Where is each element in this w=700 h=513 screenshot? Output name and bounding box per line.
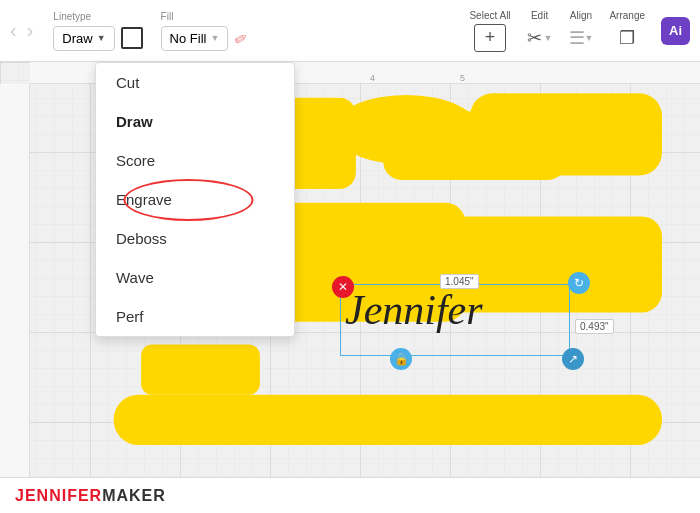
dropdown-item-score[interactable]: Score bbox=[96, 141, 294, 180]
lock-handle[interactable]: 🔒 bbox=[390, 348, 412, 370]
svg-rect-11 bbox=[141, 344, 260, 394]
brand-logo: JENNIFERMAKER bbox=[15, 487, 166, 505]
jennifer-selection-area[interactable]: Jennifer bbox=[340, 284, 570, 356]
select-all-label: Select All bbox=[469, 10, 510, 21]
rotate-handle[interactable]: ↻ bbox=[568, 272, 590, 294]
linetype-selected-value: Draw bbox=[62, 31, 92, 46]
align-dropdown-arrow: ▼ bbox=[585, 33, 594, 43]
ruler-mark-5: 5 bbox=[460, 73, 465, 83]
edit-dropdown-arrow: ▼ bbox=[544, 33, 553, 43]
edit-button[interactable]: ✂ ▼ bbox=[527, 24, 553, 52]
align-button[interactable]: ☰ ▼ bbox=[569, 24, 594, 52]
nav-forward-icon[interactable]: › bbox=[27, 19, 34, 42]
resize-handle[interactable]: ↗ bbox=[562, 348, 584, 370]
align-action: Align ☰ ▼ bbox=[569, 10, 594, 52]
select-all-action: Select All + bbox=[469, 10, 510, 52]
linetype-dropdown-menu: Cut Draw Score Engrave Deboss Wave Perf bbox=[95, 62, 295, 337]
linetype-section: Linetype Draw ▼ bbox=[53, 11, 142, 51]
edit-label: Edit bbox=[531, 10, 548, 21]
dropdown-item-engrave[interactable]: Engrave bbox=[96, 180, 294, 219]
jennifer-cursive-text: Jennifer bbox=[345, 286, 483, 334]
align-label: Align bbox=[570, 10, 592, 21]
bottom-bar: JENNIFERMAKER bbox=[0, 477, 700, 513]
dropdown-arrow-icon: ▼ bbox=[97, 33, 106, 43]
linetype-label: Linetype bbox=[53, 11, 91, 22]
fill-label: Fill bbox=[161, 11, 174, 22]
svg-rect-10 bbox=[114, 395, 662, 445]
toolbar: ‹ › Linetype Draw ▼ Fill No Fill ▼ ✏ Sel… bbox=[0, 0, 700, 62]
dropdown-item-cut[interactable]: Cut bbox=[96, 63, 294, 102]
linetype-dropdown[interactable]: Draw ▼ bbox=[53, 26, 114, 51]
select-all-plus-icon: + bbox=[485, 27, 496, 48]
arrange-label: Arrange bbox=[609, 10, 645, 21]
edit-icon: ✂ bbox=[527, 27, 542, 49]
close-handle[interactable]: ✕ bbox=[332, 276, 354, 298]
dropdown-item-perf[interactable]: Perf bbox=[96, 297, 294, 336]
fill-controls: No Fill ▼ ✏ bbox=[161, 26, 248, 51]
dropdown-item-wave[interactable]: Wave bbox=[96, 258, 294, 297]
brand-maker: MAKER bbox=[102, 487, 166, 504]
ai-badge[interactable]: Ai bbox=[661, 17, 690, 45]
arrange-action: Arrange ❐ bbox=[609, 10, 645, 52]
dropdown-item-draw[interactable]: Draw bbox=[96, 102, 294, 141]
select-all-button[interactable]: + bbox=[474, 24, 506, 52]
dropdown-item-deboss[interactable]: Deboss bbox=[96, 219, 294, 258]
fill-pen-icon: ✏ bbox=[230, 27, 251, 50]
ruler-mark-4: 4 bbox=[370, 73, 375, 83]
align-icon: ☰ bbox=[569, 27, 585, 49]
nav-controls: ‹ › bbox=[10, 19, 33, 42]
dimension-width-label: 1.045" bbox=[440, 274, 479, 289]
brand-jennifer: JENNIFER bbox=[15, 487, 102, 504]
arrange-button[interactable]: ❐ bbox=[619, 24, 635, 52]
fill-section: Fill No Fill ▼ ✏ bbox=[161, 11, 248, 51]
linetype-square-icon bbox=[121, 27, 143, 49]
fill-dropdown[interactable]: No Fill ▼ bbox=[161, 26, 229, 51]
svg-rect-6 bbox=[470, 93, 662, 175]
arrange-icon: ❐ bbox=[619, 27, 635, 49]
nav-back-icon[interactable]: ‹ bbox=[10, 19, 17, 42]
ruler-left bbox=[0, 84, 30, 477]
dimension-height-label: 0.493" bbox=[575, 319, 614, 334]
fill-value: No Fill bbox=[170, 31, 207, 46]
fill-arrow-icon: ▼ bbox=[210, 33, 219, 43]
ai-label: Ai bbox=[669, 23, 682, 38]
edit-action: Edit ✂ ▼ bbox=[527, 10, 553, 52]
linetype-controls: Draw ▼ bbox=[53, 26, 142, 51]
